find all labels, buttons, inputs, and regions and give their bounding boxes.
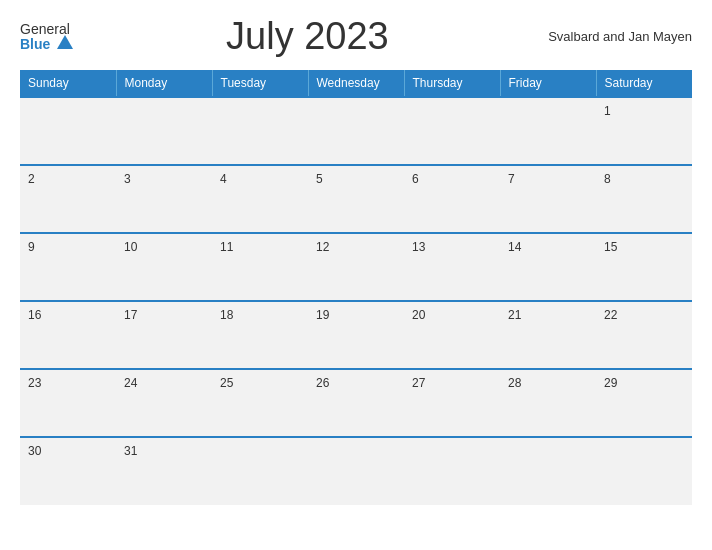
day-number-27: 27	[412, 376, 425, 390]
day-number-5: 5	[316, 172, 323, 186]
week-row-6: 3031	[20, 437, 692, 505]
calendar-container: General Blue July 2023 Svalbard and Jan …	[0, 0, 712, 550]
day-cell-20: 20	[404, 301, 500, 369]
day-number-18: 18	[220, 308, 233, 322]
day-number-7: 7	[508, 172, 515, 186]
day-cell-19: 19	[308, 301, 404, 369]
day-number-2: 2	[28, 172, 35, 186]
calendar-grid: SundayMondayTuesdayWednesdayThursdayFrid…	[20, 70, 692, 505]
day-number-4: 4	[220, 172, 227, 186]
day-number-25: 25	[220, 376, 233, 390]
weekday-header-saturday: Saturday	[596, 70, 692, 97]
day-cell-31: 31	[116, 437, 212, 505]
week-row-4: 16171819202122	[20, 301, 692, 369]
logo: General Blue	[20, 22, 73, 52]
day-number-13: 13	[412, 240, 425, 254]
calendar-header: General Blue July 2023 Svalbard and Jan …	[20, 15, 692, 58]
empty-day-cell	[212, 97, 308, 165]
day-number-1: 1	[604, 104, 611, 118]
day-cell-10: 10	[116, 233, 212, 301]
weekday-header-tuesday: Tuesday	[212, 70, 308, 97]
day-cell-15: 15	[596, 233, 692, 301]
weekday-header-monday: Monday	[116, 70, 212, 97]
day-cell-4: 4	[212, 165, 308, 233]
day-number-31: 31	[124, 444, 137, 458]
day-number-23: 23	[28, 376, 41, 390]
empty-day-cell	[500, 97, 596, 165]
week-row-5: 23242526272829	[20, 369, 692, 437]
day-number-3: 3	[124, 172, 131, 186]
empty-day-cell	[596, 437, 692, 505]
day-cell-23: 23	[20, 369, 116, 437]
week-row-3: 9101112131415	[20, 233, 692, 301]
day-cell-24: 24	[116, 369, 212, 437]
logo-triangle-icon	[57, 35, 73, 49]
day-number-28: 28	[508, 376, 521, 390]
empty-day-cell	[212, 437, 308, 505]
empty-day-cell	[308, 97, 404, 165]
day-cell-17: 17	[116, 301, 212, 369]
day-cell-11: 11	[212, 233, 308, 301]
weekday-header-thursday: Thursday	[404, 70, 500, 97]
day-number-26: 26	[316, 376, 329, 390]
empty-day-cell	[308, 437, 404, 505]
day-number-24: 24	[124, 376, 137, 390]
empty-day-cell	[20, 97, 116, 165]
day-cell-3: 3	[116, 165, 212, 233]
weekday-header-row: SundayMondayTuesdayWednesdayThursdayFrid…	[20, 70, 692, 97]
day-number-14: 14	[508, 240, 521, 254]
day-cell-6: 6	[404, 165, 500, 233]
weekday-header-sunday: Sunday	[20, 70, 116, 97]
logo-general-text: General	[20, 22, 70, 36]
weekday-header-friday: Friday	[500, 70, 596, 97]
day-cell-13: 13	[404, 233, 500, 301]
day-cell-22: 22	[596, 301, 692, 369]
day-number-11: 11	[220, 240, 233, 254]
day-number-22: 22	[604, 308, 617, 322]
weekday-header-wednesday: Wednesday	[308, 70, 404, 97]
day-cell-9: 9	[20, 233, 116, 301]
day-number-29: 29	[604, 376, 617, 390]
day-number-21: 21	[508, 308, 521, 322]
day-cell-21: 21	[500, 301, 596, 369]
day-cell-28: 28	[500, 369, 596, 437]
day-cell-18: 18	[212, 301, 308, 369]
empty-day-cell	[500, 437, 596, 505]
day-number-17: 17	[124, 308, 137, 322]
day-number-8: 8	[604, 172, 611, 186]
empty-day-cell	[404, 437, 500, 505]
day-cell-25: 25	[212, 369, 308, 437]
day-cell-2: 2	[20, 165, 116, 233]
logo-blue-text: Blue	[20, 36, 73, 52]
day-number-30: 30	[28, 444, 41, 458]
day-number-19: 19	[316, 308, 329, 322]
day-cell-26: 26	[308, 369, 404, 437]
day-cell-12: 12	[308, 233, 404, 301]
day-cell-8: 8	[596, 165, 692, 233]
day-cell-14: 14	[500, 233, 596, 301]
week-row-1: 1	[20, 97, 692, 165]
day-cell-7: 7	[500, 165, 596, 233]
day-cell-16: 16	[20, 301, 116, 369]
day-number-6: 6	[412, 172, 419, 186]
day-cell-30: 30	[20, 437, 116, 505]
empty-day-cell	[116, 97, 212, 165]
day-number-12: 12	[316, 240, 329, 254]
day-cell-5: 5	[308, 165, 404, 233]
day-cell-29: 29	[596, 369, 692, 437]
empty-day-cell	[404, 97, 500, 165]
day-number-9: 9	[28, 240, 35, 254]
day-cell-27: 27	[404, 369, 500, 437]
day-cell-1: 1	[596, 97, 692, 165]
week-row-2: 2345678	[20, 165, 692, 233]
day-number-16: 16	[28, 308, 41, 322]
calendar-title: July 2023	[73, 15, 542, 58]
day-number-15: 15	[604, 240, 617, 254]
day-number-20: 20	[412, 308, 425, 322]
day-number-10: 10	[124, 240, 137, 254]
region-label: Svalbard and Jan Mayen	[542, 29, 692, 44]
